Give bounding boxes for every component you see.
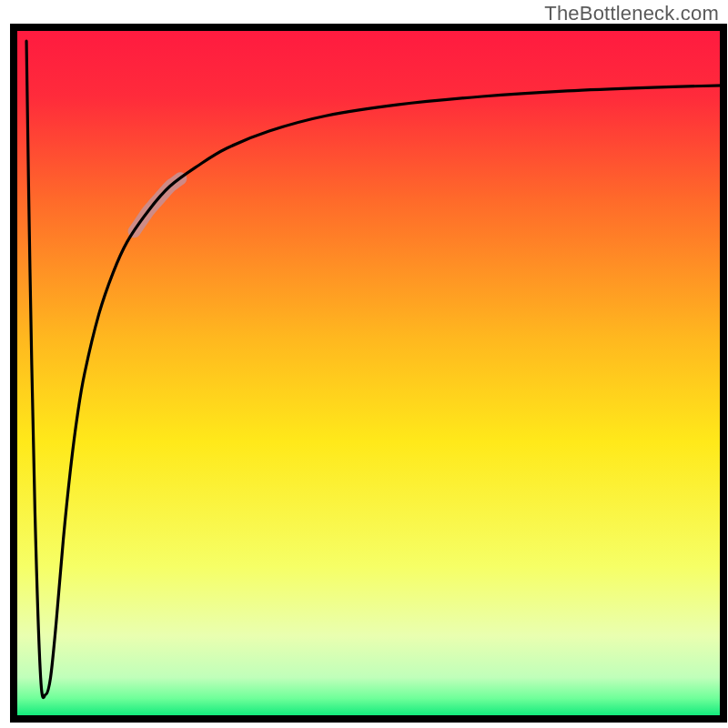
plot-area [14,27,723,719]
watermark-text: TheBottleneck.com [544,2,719,25]
plot-background [14,27,723,719]
bottleneck-chart [0,0,728,728]
chart-container: TheBottleneck.com [0,0,728,728]
